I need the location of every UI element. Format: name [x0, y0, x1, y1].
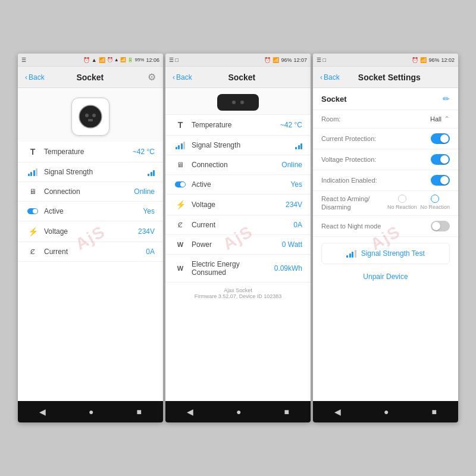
power-label-2: Power [187, 240, 282, 249]
status-battery-3: 96% [428, 57, 439, 63]
edit-icon-3[interactable]: ✏ [443, 94, 450, 104]
row-temperature-1: T Temperature ~42 °C [18, 142, 163, 162]
temp-value-1: ~42 °C [133, 148, 155, 156]
stb4 [355, 250, 356, 258]
back-arrow-icon-2: ‹ [173, 73, 175, 82]
power-icon-2: W [174, 241, 187, 248]
content-2: T Temperature ~42 °C Signal Strength [165, 88, 311, 401]
back-button-1[interactable]: ‹ Back [25, 73, 45, 82]
status-bar-2: ☰ □ ⏰ 📶 96% 12:07 [165, 54, 311, 67]
sv2b3 [300, 143, 302, 149]
row-connection-2: 🖥 Connection Online [165, 155, 311, 175]
temp-label-1: Temperature [39, 148, 133, 156]
react-option-2[interactable]: No Reaction [420, 195, 450, 210]
android-home-2[interactable]: ● [236, 407, 241, 416]
device-name-2: Ajax Socket [171, 287, 305, 293]
android-recent-1[interactable]: ■ [137, 407, 142, 416]
signal-bars-value-1 [148, 168, 155, 176]
gear-icon-1[interactable]: ⚙ [148, 71, 156, 83]
react-option-label-2: No Reaction [420, 204, 450, 210]
screen-title-3: Socket Settings [340, 73, 439, 82]
voltage-protection-label: Voltage Protection: [321, 156, 431, 163]
sv2b2 [298, 145, 300, 149]
signal-test-button[interactable]: Signal Strength Test [321, 243, 450, 264]
signal-test-label: Signal Strength Test [361, 249, 425, 258]
back-label-1: Back [29, 73, 45, 82]
row-current-1: Ȼ Current 0A [18, 242, 163, 262]
signal-bars-icon-2 [176, 141, 186, 149]
current-value-1: 0A [146, 248, 155, 256]
android-nav-3: ◀ ● ■ [313, 401, 458, 422]
night-mode-toggle[interactable] [431, 221, 450, 231]
android-back-1[interactable]: ◀ [39, 407, 46, 416]
firmware-line-2: Firmware 3.52.07, Device ID 102383 [171, 293, 305, 299]
row-active-2: Active Yes [165, 175, 311, 195]
android-recent-3[interactable]: ■ [432, 407, 437, 416]
room-label: Room: [321, 115, 430, 123]
status-wifi-1: ▲ [92, 57, 97, 63]
status-signal-2: 📶 [273, 57, 279, 63]
android-nav-1: ◀ ● ■ [18, 401, 163, 422]
current-protection-toggle[interactable] [431, 133, 450, 144]
socket-top-area [165, 88, 311, 115]
signal-value-1 [148, 168, 155, 176]
svg-rect-3 [88, 119, 93, 121]
socket-top-img [217, 94, 259, 111]
unpair-button[interactable]: Unpair Device [313, 268, 458, 286]
signal-icon-2 [174, 141, 187, 149]
active-icon-1 [26, 208, 39, 214]
temp-label-2: Temperature [187, 121, 280, 129]
settings-voltage-protection-row: Voltage Protection: [313, 149, 458, 170]
connection-value-1: Online [134, 187, 155, 196]
connection-value-2: Online [281, 161, 302, 169]
stb1 [346, 255, 348, 258]
bar1 [28, 174, 30, 176]
status-battery-2: 96% [281, 57, 292, 63]
settings-indication-row: Indication Enabled: [313, 170, 458, 191]
nav-bar-3: ‹ Back Socket Settings [313, 67, 458, 88]
connection-icon-2: 🖥 [174, 161, 187, 169]
signal-bars-value-2 [295, 141, 302, 149]
nav-bar-2: ‹ Back Socket [165, 67, 311, 88]
row-energy-2: W Electric Energy Consumed 0.09kWh [165, 255, 311, 283]
voltage-protection-toggle[interactable] [431, 154, 450, 165]
room-select-arrow[interactable]: ⌃ [444, 115, 450, 123]
main-container: AjS ☰ ⏰ ▲ 📶 ⏰ ▲ 📶 🔋 95% 12:06 ‹ Back Soc… [0, 0, 476, 476]
status-clock-icon-3: ⏰ [412, 57, 418, 63]
current-label-1: Current [39, 248, 146, 256]
svg-point-0 [79, 105, 102, 128]
screen-1: AjS ☰ ⏰ ▲ 📶 ⏰ ▲ 📶 🔋 95% 12:06 ‹ Back Soc… [18, 54, 163, 422]
active-label-1: Active [39, 207, 143, 215]
back-button-2[interactable]: ‹ Back [173, 73, 192, 82]
indication-label: Indication Enabled: [321, 177, 431, 184]
current-value-2: 0A [293, 221, 302, 229]
current-icon-1: Ȼ [26, 248, 39, 256]
sv2b1 [295, 147, 297, 149]
react-option-1[interactable]: No Reaction [387, 195, 417, 210]
svg-point-1 [85, 114, 89, 117]
settings-current-protection-row: Current Protection: [313, 129, 458, 149]
row-power-2: W Power 0 Watt [165, 235, 311, 255]
react-option-label-1: No Reaction [387, 204, 417, 210]
indication-toggle[interactable] [431, 175, 450, 186]
signal-icon-1 [26, 168, 39, 176]
active-label-2: Active [187, 180, 290, 189]
current-protection-label: Current Protection: [321, 135, 431, 142]
back-arrow-icon-1: ‹ [25, 73, 27, 82]
status-clock-icon-2: ⏰ [264, 57, 271, 63]
row-active-1: Active Yes [18, 202, 163, 221]
device-image-area-1 [18, 88, 163, 142]
socket-hole-1 [232, 101, 236, 104]
socket-name-label: Socket [321, 95, 443, 104]
row-temperature-2: T Temperature ~42 °C [165, 115, 311, 136]
react-arming-options: No Reaction No Reaction [387, 195, 450, 210]
s2bar2 [178, 145, 180, 149]
socket-image-1 [71, 98, 109, 136]
android-recent-2[interactable]: ■ [284, 407, 289, 416]
android-back-2[interactable]: ◀ [187, 407, 193, 416]
content-1: T Temperature ~42 °C Signal Strength [18, 88, 163, 401]
android-back-3[interactable]: ◀ [334, 407, 341, 416]
android-home-1[interactable]: ● [89, 407, 93, 416]
android-home-3[interactable]: ● [384, 407, 389, 416]
back-button-3[interactable]: ‹ Back [320, 73, 340, 82]
